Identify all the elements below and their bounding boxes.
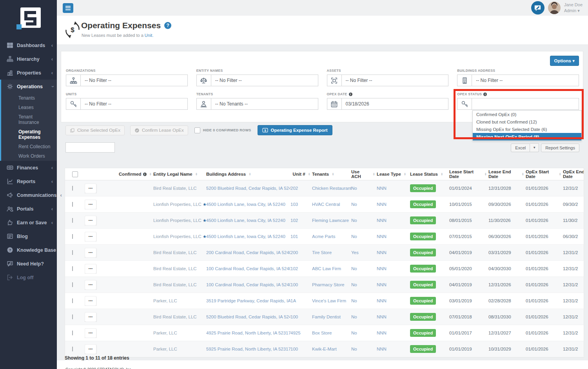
unit-cell[interactable]: 202 <box>290 186 312 191</box>
row-actions-button[interactable]: ... <box>85 184 96 193</box>
unit-cell[interactable]: 102 <box>290 218 312 223</box>
buildings-address-filter-input[interactable]: -- No Filter -- <box>472 75 579 86</box>
clone-selected-opex-button[interactable]: Clone Selected OpEx <box>65 125 125 135</box>
tenant-cell[interactable]: Pharmacy Store <box>312 282 351 287</box>
sidebar-item-operating-expenses[interactable]: Operating Expenses <box>1 127 57 142</box>
unit-cell[interactable]: 102 <box>290 266 312 271</box>
hide-confirmed-rows-checkbox[interactable] <box>194 127 200 133</box>
address-cell[interactable]: 3519 Partridge Parkway, Cedar Rapids, IA… <box>206 298 290 303</box>
sidebar-item-tenants[interactable]: Tenants <box>1 93 57 103</box>
column-header-tenants[interactable]: Tenants▲▼ <box>312 172 351 176</box>
sidebar-item-need-help[interactable]: Need Help? <box>0 257 57 271</box>
unit-cell[interactable]: 100 <box>290 347 312 351</box>
feedback-chat-button[interactable] <box>531 1 544 15</box>
operating-expense-report-button[interactable]: $ Operating Expense Report <box>258 125 332 135</box>
opex-status-option-2[interactable]: Missing OpEx for Selected Date (6) <box>473 125 581 133</box>
report-settings-button[interactable]: Report Settings <box>541 144 579 152</box>
sidebar-item-finances[interactable]: Finances‹ <box>0 161 57 175</box>
address-cell[interactable]: 5200 Bluebird Road, Cedar Rapids, IA 524… <box>206 186 290 191</box>
organizations-filter-input[interactable]: -- No Filter -- <box>81 75 188 86</box>
excel-export-caret-button[interactable]: ▼ <box>530 143 539 152</box>
sidebar-item-log-off[interactable]: Log off <box>0 271 57 284</box>
tenant-cell[interactable]: Vince's Law Firm <box>312 298 351 303</box>
sidebar-item-blog[interactable]: Blog <box>0 229 57 243</box>
row-actions-button[interactable]: ... <box>85 232 96 242</box>
row-checkbox[interactable] <box>72 282 73 287</box>
address-cell[interactable]: 4925 Prairie Road, North Liberty, IA 523… <box>206 331 290 335</box>
column-header-lease-end-date[interactable]: Lease End Date▲▼ <box>488 169 526 179</box>
unit-cell[interactable]: 101 <box>290 234 312 239</box>
excel-export-button[interactable]: Excel <box>511 144 530 152</box>
sidebar-item-leases[interactable]: Leases <box>1 103 57 112</box>
row-actions-button[interactable]: ... <box>85 312 96 322</box>
sidebar-item-dashboards[interactable]: Dashboards‹ <box>0 38 57 52</box>
tenants-filter-input[interactable]: -- No Tenants -- <box>211 98 318 110</box>
row-actions-button[interactable]: ... <box>85 200 96 209</box>
row-checkbox[interactable] <box>72 331 73 335</box>
help-button[interactable]: ? <box>164 22 171 29</box>
address-cell[interactable]: 100 Cardinal Road, Cedar Rapids, IA 5240… <box>206 266 290 271</box>
sidebar-item-earn-or-save[interactable]: Earn or Save‹ <box>0 216 57 229</box>
row-actions-button[interactable]: ... <box>85 296 96 306</box>
sidebar-item-rent-collection[interactable]: Rent Collection <box>1 142 57 151</box>
unit-cell[interactable]: 4925 <box>290 331 312 335</box>
tenant-cell[interactable]: Kwik-E-Mart <box>312 347 351 351</box>
address-cell[interactable]: 100 Cardinal Road, Cedar Rapids, IA 5240… <box>206 282 290 287</box>
row-checkbox[interactable] <box>72 314 73 319</box>
company-logo[interactable] <box>0 0 57 38</box>
sidebar-item-work-orders[interactable]: Work Orders <box>1 151 57 161</box>
column-header-use-ach[interactable]: Use ACH▲▼ <box>351 169 377 179</box>
row-checkbox[interactable] <box>72 347 73 351</box>
user-menu[interactable]: Jane Doe Admin ▾ <box>564 2 583 14</box>
column-header-unit-[interactable]: Unit #▲▼ <box>290 172 312 176</box>
address-cell[interactable]: 200 Cardinal Road, Cedar Rapids, IA 5240… <box>206 250 290 255</box>
tenant-cell[interactable]: Fleming Lawncare <box>312 218 351 223</box>
info-icon[interactable]: i <box>143 173 147 176</box>
sidebar-item-properties[interactable]: Properties‹ <box>0 66 57 80</box>
row-actions-button[interactable]: ... <box>85 248 96 258</box>
address-cell[interactable]: 4500 Lionfish Lane, Iowa City, IA 52240 <box>206 202 290 207</box>
column-header-entity-legal-name[interactable]: Entity Legal Name▲▼ <box>153 172 206 176</box>
column-header-lease-status[interactable]: Lease Status▲▼ <box>410 172 449 176</box>
row-actions-button[interactable]: ... <box>85 328 96 338</box>
address-cell[interactable]: 4500 Lionfish Lane, Iowa City, IA 52240 <box>206 218 290 223</box>
sidebar-item-communications[interactable]: Communications‹ <box>0 188 57 202</box>
options-button[interactable]: Options ▾ <box>550 56 579 66</box>
sidebar-item-knowledge-base[interactable]: ?Knowledge Base <box>0 243 57 257</box>
entity-names-filter-input[interactable]: -- No Filter -- <box>211 75 318 86</box>
tenant-cell[interactable]: Box Store <box>312 331 351 335</box>
assets-filter-input[interactable]: -- No Filter -- <box>342 75 449 86</box>
opex-status-option-1[interactable]: Cloned but not Confirmed (12) <box>473 118 581 125</box>
info-icon[interactable]: i <box>349 93 352 96</box>
column-header-opex-end-date[interactable]: OpEx End Date▲▼ <box>563 169 584 179</box>
row-actions-button[interactable]: ... <box>85 344 96 354</box>
table-search-input[interactable] <box>65 142 115 153</box>
units-filter-input[interactable]: -- No Filter -- <box>81 98 188 110</box>
sidebar-item-operations[interactable]: Operations‹ <box>1 80 57 93</box>
hide-confirmed-rows-label[interactable]: HIDE 0 CONFIRMED ROWS <box>203 128 251 132</box>
tenant-cell[interactable]: ABC Law Firm <box>312 266 351 271</box>
row-checkbox[interactable] <box>72 234 73 239</box>
row-checkbox[interactable] <box>72 186 73 191</box>
tenant-cell[interactable]: Family Dentist <box>312 314 351 319</box>
row-actions-button[interactable]: ... <box>85 216 96 225</box>
opex-status-option-3[interactable]: Missing Next OpEx Period (8) <box>473 133 581 140</box>
column-header-confirmed[interactable]: Confirmedi▲▼ <box>106 172 153 176</box>
confirm-lease-opex-button[interactable]: Confirm Lease OpEx <box>130 125 188 135</box>
info-icon[interactable]: i <box>483 93 487 96</box>
row-checkbox[interactable] <box>72 250 73 255</box>
row-actions-button[interactable]: ... <box>85 280 96 290</box>
unit-cell[interactable]: 100 <box>290 282 312 287</box>
menu-toggle-button[interactable] <box>63 3 73 13</box>
checkbox[interactable] <box>72 171 78 177</box>
sidebar-item-hierarchy[interactable]: Hierarchy‹ <box>0 52 57 66</box>
row-checkbox[interactable] <box>72 218 73 223</box>
address-cell[interactable]: 4500 Lionfish Lane, Iowa City, IA 52240 <box>206 234 290 239</box>
select-all-checkbox[interactable] <box>65 171 85 177</box>
sidebar-item-tenant-insurance[interactable]: Tenant Insurance <box>1 112 57 127</box>
row-checkbox[interactable] <box>72 266 73 271</box>
opex-status-option-0[interactable]: Confirmed OpEx (0) <box>473 111 581 118</box>
column-header-opex-start-date[interactable]: OpEx Start Date▲▼ <box>526 169 563 179</box>
sidebar-item-portals[interactable]: Portals‹ <box>0 202 57 216</box>
row-actions-button[interactable]: ... <box>85 264 96 274</box>
